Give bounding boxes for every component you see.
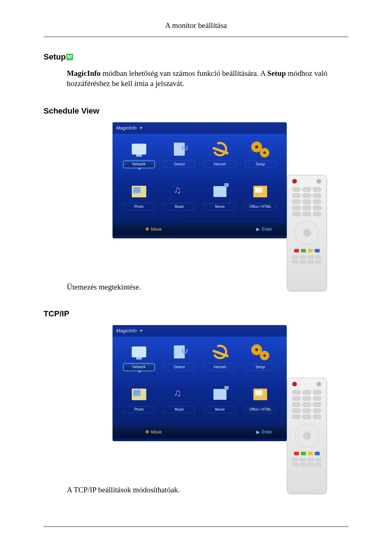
screen-bottombar: ✥Move ▶Enter xyxy=(113,223,287,235)
folder-icon xyxy=(249,181,271,202)
remote-key[interactable] xyxy=(292,396,301,401)
remote-vent-icon: ∙∙∙ xyxy=(303,283,310,287)
remote-key[interactable] xyxy=(292,415,301,419)
remote-key[interactable] xyxy=(292,458,298,461)
remote-key[interactable] xyxy=(302,187,311,192)
green-button[interactable] xyxy=(301,452,306,455)
remote-key[interactable] xyxy=(313,200,321,204)
remote-key[interactable] xyxy=(313,409,321,413)
setup-description: MagicInfo módban lehetőség van számos fu… xyxy=(67,68,348,89)
remote-key[interactable] xyxy=(292,187,301,192)
power-button-icon[interactable] xyxy=(292,382,297,386)
remote-key[interactable] xyxy=(292,212,301,216)
remote-key[interactable] xyxy=(302,193,311,198)
tile-internet[interactable]: Internet xyxy=(201,342,238,381)
remote-key[interactable] xyxy=(313,402,321,407)
red-button[interactable] xyxy=(294,249,299,253)
remote-key[interactable] xyxy=(292,402,301,407)
tile-label: Network xyxy=(132,162,146,166)
tile-office-html[interactable]: Office / HTML xyxy=(242,384,279,423)
tile-label: Office / HTML xyxy=(249,205,272,209)
hint-enter-label: Enter xyxy=(262,430,272,435)
remote-key[interactable] xyxy=(307,463,314,466)
remote-key[interactable] xyxy=(292,260,298,263)
remote-key[interactable] xyxy=(307,255,314,259)
remote-bottom-keys xyxy=(290,458,323,466)
remote-key[interactable] xyxy=(292,255,298,259)
remote-key[interactable] xyxy=(300,260,306,263)
tile-label: Music xyxy=(175,205,184,209)
remote-key[interactable] xyxy=(313,206,321,210)
remote-key[interactable] xyxy=(315,463,321,466)
brand-star-icon: ✦ xyxy=(139,328,143,333)
remote-key[interactable] xyxy=(313,187,321,192)
tile-network[interactable]: Network xyxy=(121,342,158,381)
yellow-button[interactable] xyxy=(308,452,313,455)
tile-internet[interactable]: Internet xyxy=(201,139,238,178)
remote-bottom-keys xyxy=(290,255,323,263)
remote-key[interactable] xyxy=(300,463,306,466)
remote-dpad[interactable] xyxy=(295,221,319,245)
remote-key[interactable] xyxy=(315,260,321,263)
tile-device[interactable]: Device xyxy=(161,342,198,381)
remote-key[interactable] xyxy=(315,458,321,461)
remote-key[interactable] xyxy=(302,402,311,407)
tile-label: Setup xyxy=(256,162,265,166)
tile-device[interactable]: Device xyxy=(161,139,198,178)
remote-key[interactable] xyxy=(302,200,311,204)
aux-button-icon[interactable] xyxy=(317,179,321,184)
remote-key[interactable] xyxy=(302,415,311,419)
remote-key[interactable] xyxy=(302,212,311,216)
heading-setup-text: Setup xyxy=(44,52,66,61)
remote-key[interactable] xyxy=(313,212,321,216)
green-button[interactable] xyxy=(301,249,306,253)
remote-key[interactable] xyxy=(292,463,298,466)
remote-key[interactable] xyxy=(302,396,311,401)
remote-key[interactable] xyxy=(292,193,301,198)
tile-music[interactable]: Music xyxy=(161,181,198,220)
tile-setup[interactable]: Setup xyxy=(242,139,279,178)
tile-label: Movie xyxy=(215,407,225,411)
remote-key[interactable] xyxy=(300,255,306,259)
remote-numpad xyxy=(290,187,323,216)
heading-setup: Setup xyxy=(44,52,348,62)
tile-setup[interactable]: Setup xyxy=(242,342,279,381)
remote-key[interactable] xyxy=(292,200,301,204)
red-button[interactable] xyxy=(294,452,299,455)
remote-key[interactable] xyxy=(302,409,311,413)
blue-button[interactable] xyxy=(315,249,320,253)
remote-key[interactable] xyxy=(307,458,314,461)
tile-music[interactable]: Music xyxy=(161,384,198,423)
tile-office-html[interactable]: Office / HTML xyxy=(242,181,279,220)
tile-label: Internet xyxy=(214,162,226,166)
remote-key[interactable] xyxy=(313,396,321,401)
tile-photo[interactable]: Photo xyxy=(121,181,158,220)
tile-network[interactable]: Network xyxy=(121,139,158,178)
tile-movie[interactable]: Movie xyxy=(201,384,238,423)
remote-key[interactable] xyxy=(292,390,301,394)
gears-icon xyxy=(249,139,271,159)
blue-button[interactable] xyxy=(315,452,320,455)
tile-photo[interactable]: Photo xyxy=(121,384,158,423)
yellow-button[interactable] xyxy=(308,249,313,253)
remote-key[interactable] xyxy=(313,390,321,394)
hint-enter: ▶Enter xyxy=(256,429,272,435)
remote-key[interactable] xyxy=(302,390,311,394)
remote-key[interactable] xyxy=(292,409,301,413)
remote-dpad[interactable] xyxy=(295,423,319,447)
page-header: A monitor beállítása xyxy=(44,21,348,30)
remote-numpad xyxy=(290,390,323,419)
photo-icon xyxy=(128,181,150,202)
remote-key[interactable] xyxy=(313,193,321,198)
tile-movie[interactable]: Movie xyxy=(201,181,238,220)
remote-key[interactable] xyxy=(313,415,321,419)
remote-key[interactable] xyxy=(302,206,311,210)
camera-icon xyxy=(209,384,231,405)
power-button-icon[interactable] xyxy=(292,179,297,184)
aux-button-icon[interactable] xyxy=(317,382,321,386)
remote-key[interactable] xyxy=(315,255,321,259)
tile-label: Office / HTML xyxy=(249,407,272,411)
remote-key[interactable] xyxy=(292,206,301,210)
remote-key[interactable] xyxy=(300,458,306,461)
remote-key[interactable] xyxy=(307,260,314,263)
